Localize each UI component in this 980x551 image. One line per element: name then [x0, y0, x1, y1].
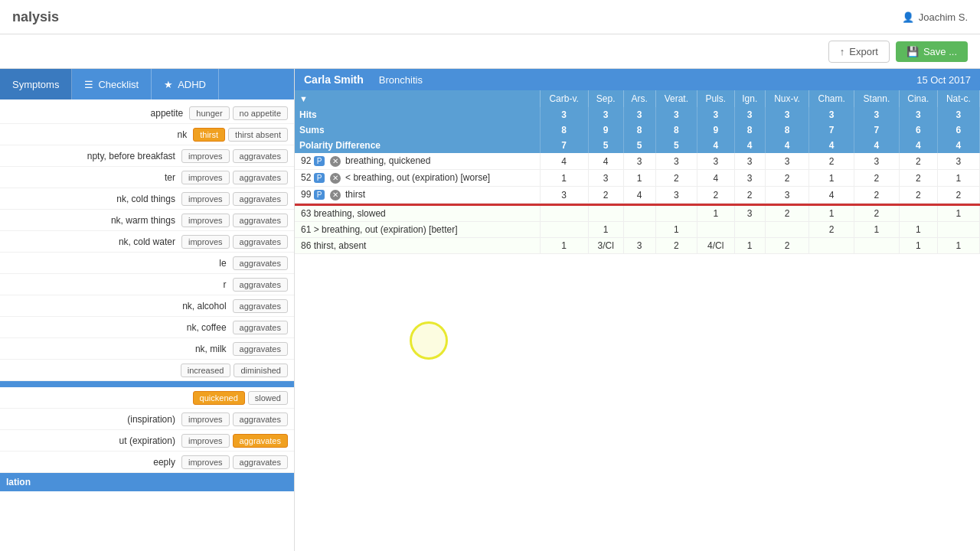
adhd-label: ADHD [178, 79, 206, 90]
aggravates-button[interactable]: aggravates [233, 434, 288, 448]
list-item: (inspiration) improves aggravates [0, 409, 294, 430]
diminished-button[interactable]: diminished [234, 364, 288, 377]
aggravates-button[interactable]: aggravates [233, 278, 288, 292]
symptom-buttons: improves aggravates [181, 434, 288, 448]
polarity-val: 4 [697, 138, 734, 153]
improves-button[interactable]: improves [181, 171, 230, 184]
cell-val: 1 [623, 170, 655, 187]
improves-button[interactable]: improves [181, 192, 230, 206]
symptom-num: 92 [301, 155, 314, 166]
sums-val: 9 [697, 122, 734, 138]
export-button[interactable]: ↑ Export [828, 41, 890, 63]
symptom-name: nk, milk [6, 344, 233, 354]
improves-button[interactable]: improves [181, 455, 230, 469]
cell-val: 2 [937, 187, 979, 204]
sums-val: 8 [655, 122, 697, 138]
cell-val: 4 [588, 153, 623, 170]
symptom-name: nk, cold things [6, 194, 181, 204]
symptom-num: 52 [301, 172, 314, 183]
symptom-buttons: aggravates [233, 342, 288, 356]
polarity-row: Polarity Difference 7 5 5 5 4 4 4 4 4 4 … [295, 138, 980, 153]
symptom-buttons: aggravates [233, 278, 288, 292]
col-natc: Nat-c. [937, 90, 979, 107]
symptom-name: ut (expiration) [6, 435, 181, 446]
cell-val: 3 [623, 237, 655, 253]
save-icon: 💾 [906, 46, 919, 57]
aggravates-button[interactable]: aggravates [233, 149, 288, 163]
hits-val: 3 [809, 107, 854, 122]
improves-button[interactable]: improves [181, 214, 230, 227]
cell-val: 1 [899, 221, 937, 237]
thirst-absent-button[interactable]: thirst absent [228, 128, 288, 142]
tab-symptoms[interactable]: Symptoms [0, 69, 72, 99]
hits-label: Hits [295, 107, 540, 122]
aggravates-button[interactable]: aggravates [233, 455, 288, 469]
symptom-name: nk, coffee [6, 322, 233, 333]
list-item: nk, cold things improves aggravates [0, 188, 294, 210]
p-badge: P [314, 173, 325, 183]
filter-icon[interactable]: ▼ [299, 94, 308, 103]
cell-val: 4 [809, 187, 854, 204]
symptom-buttons: improves aggravates [181, 235, 288, 249]
aggravates-button[interactable]: aggravates [233, 321, 288, 334]
cell-val: 3 [734, 170, 765, 187]
no-appetite-button[interactable]: no appetite [233, 106, 288, 120]
cell-val [734, 221, 765, 237]
tab-checklist[interactable]: ☰ Checklist [72, 69, 152, 99]
user-info: 👤 Joachim S. [902, 11, 968, 23]
hunger-button[interactable]: hunger [189, 106, 229, 120]
cell-val: 2 [765, 170, 808, 187]
aggravates-button[interactable]: aggravates [233, 412, 288, 426]
save-button[interactable]: 💾 Save ... [896, 41, 968, 62]
aggravates-button[interactable]: aggravates [233, 192, 288, 206]
cell-val: 1 [854, 221, 899, 237]
improves-button[interactable]: improves [181, 235, 230, 249]
cell-val: 2 [809, 153, 854, 170]
improves-button[interactable]: improves [181, 412, 230, 426]
polarity-val: 5 [655, 138, 697, 153]
improves-button[interactable]: improves [181, 434, 230, 448]
symptom-name: eeply [6, 457, 181, 468]
cell-val: 2 [765, 206, 808, 222]
aggravates-button[interactable]: aggravates [233, 256, 288, 270]
list-item: npty, before breakfast improves aggravat… [0, 145, 294, 167]
slowed-button[interactable]: slowed [248, 391, 288, 405]
cell-val [588, 206, 623, 222]
symptom-cell: 63 breathing, slowed [295, 206, 540, 222]
table-row: 61 > breathing, out (expiration) [better… [295, 221, 980, 237]
list-item: r aggravates [0, 274, 294, 295]
cell-val: 1 [540, 170, 588, 187]
aggravates-button[interactable]: aggravates [233, 342, 288, 356]
improves-button[interactable]: improves [181, 149, 230, 163]
symptom-name: le [6, 258, 233, 269]
increased-button[interactable]: increased [181, 364, 231, 377]
aggravates-button[interactable]: aggravates [233, 235, 288, 249]
cell-val: 4 [623, 187, 655, 204]
thirst-button[interactable]: thirst [193, 128, 225, 142]
col-ars: Ars. [623, 90, 655, 107]
checklist-icon: ☰ [84, 79, 93, 90]
cell-val: 2 [765, 237, 808, 253]
patient-header: Carla Smith Bronchitis 15 Oct 2017 [295, 69, 980, 90]
quickened-button[interactable]: quickened [193, 391, 245, 405]
symptom-num: 86 [301, 240, 314, 251]
table-row: 63 breathing, slowed 1 3 2 1 2 1 [295, 206, 980, 222]
symptom-buttons: improves aggravates [181, 149, 288, 163]
cell-val: 2 [899, 187, 937, 204]
hits-val: 3 [937, 107, 979, 122]
list-item: nk, milk aggravates [0, 338, 294, 360]
tab-adhd[interactable]: ★ ADHD [152, 69, 219, 99]
table-row: 86 thirst, absent 1 3/Cl 3 2 4/Cl 1 2 1 [295, 237, 980, 253]
symptom-buttons: hunger no appetite [189, 106, 288, 120]
symptom-list: appetite hunger no appetite nk thirst th… [0, 99, 294, 551]
symptom-buttons: improves aggravates [181, 214, 288, 227]
list-item: ter improves aggravates [0, 167, 294, 188]
aggravates-button[interactable]: aggravates [233, 214, 288, 227]
cell-val: 2 [734, 187, 765, 204]
hits-val: 3 [540, 107, 588, 122]
cell-val: 2 [697, 187, 734, 204]
aggravates-button[interactable]: aggravates [233, 171, 288, 184]
aggravates-button[interactable]: aggravates [233, 299, 288, 313]
symptom-name: npty, before breakfast [6, 151, 181, 161]
symptom-buttons: thirst thirst absent [193, 128, 288, 142]
